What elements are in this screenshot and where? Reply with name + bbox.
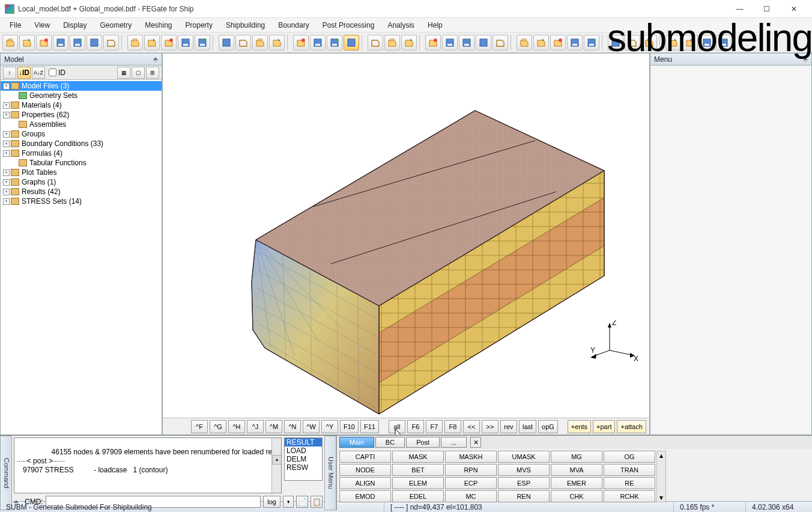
toolbar-btn-1[interactable] [19,35,35,50]
console-scrollbar[interactable]: ▴ ▾ [271,438,281,493]
expand-icon[interactable]: + [3,169,10,176]
menu-display[interactable]: Display [57,19,92,31]
toolbar-btn-29[interactable] [533,35,549,50]
filter-btn-F8[interactable]: F8 [444,420,461,433]
filter-btn->>[interactable]: >> [482,420,498,433]
view-btn-F10[interactable]: F10 [340,420,359,433]
tree-row[interactable]: Geometry Sets [1,91,162,100]
tree-row[interactable]: +Graphs (1) [1,177,162,187]
usermenu-tab-...[interactable]: ... [441,437,467,448]
expand-icon[interactable]: + [3,189,10,195]
usermenu-close-icon[interactable]: ✕ [470,437,481,448]
view-btn-^Y[interactable]: ^Y [321,420,338,433]
tree-row[interactable]: +Boundary Conditions (33) [1,139,162,148]
filter-btn-F7[interactable]: F7 [426,420,443,433]
toolbar-btn-14[interactable] [252,35,268,50]
view-btn-^M[interactable]: ^M [265,420,282,433]
expand-icon[interactable]: + [3,131,10,138]
tree-row[interactable]: +STRESS Sets (14) [1,197,162,206]
toolbar-btn-18[interactable] [327,35,342,50]
id-checkbox[interactable]: ID [49,69,65,77]
toolbar-btn-31[interactable] [567,35,583,50]
toolbar-btn-20[interactable] [368,35,383,50]
umcell-ecp[interactable]: ECP [445,477,497,489]
umcell-re[interactable]: RE [604,477,655,489]
usermenu-tab-main[interactable]: Main [339,437,374,448]
umcell-og[interactable]: OG [604,451,655,463]
toolbar-btn-26[interactable] [476,35,491,50]
close-button[interactable]: ✕ [780,1,807,17]
toolbar-btn-39[interactable] [716,35,732,50]
umcell-ren[interactable]: REN [498,490,550,502]
filter-btn-all[interactable]: all [389,420,405,433]
usermenu-tab-bc[interactable]: BC [375,437,405,448]
filter-btn-<<[interactable]: << [463,420,480,433]
toolbar-btn-33[interactable] [608,35,623,50]
listbox-option[interactable]: LOAD [285,446,322,455]
umcell-chk[interactable]: CHK [551,490,602,502]
toolbar-btn-8[interactable] [144,35,160,50]
tree-row[interactable]: +Formulas (4) [1,148,162,158]
view-btn-^H[interactable]: ^H [228,420,245,433]
listbox-option[interactable]: RESW [285,463,322,472]
toolbar-btn-30[interactable] [550,35,566,50]
toolbar-btn-34[interactable] [625,35,640,50]
expand-icon[interactable]: + [3,198,10,205]
command-panel-label[interactable]: Command [0,436,12,510]
umcell-emer[interactable]: EMER [551,477,602,489]
expand-icon[interactable]: + [3,102,10,109]
menu-post-processing[interactable]: Post Processing [317,19,381,31]
model-tree[interactable]: +Model Files (3)Geometry Sets+Materials … [1,80,162,434]
add-btn-ents[interactable]: +ents [568,420,591,433]
console-log[interactable]: 46155 nodes & 97909 elements have been r… [14,437,282,493]
umgrid-scrollbar[interactable]: ▴▾ [656,451,666,502]
expand-icon[interactable]: + [3,141,10,147]
menu-meshing[interactable]: Meshing [139,19,178,31]
sort-az-btn[interactable]: A↓Z [32,67,45,79]
usermenu-panel-label[interactable]: User Menu [324,436,336,510]
tree-row[interactable]: +Plot Tables [1,168,162,177]
menu-analysis[interactable]: Analysis [381,19,420,31]
toolbar-btn-19[interactable] [344,35,359,50]
view-btn-F11[interactable]: F11 [360,420,379,433]
toolbar-btn-17[interactable] [310,35,326,50]
tree-row[interactable]: +Properties (62) [1,110,162,120]
toolbar-btn-23[interactable] [425,35,441,50]
toolbar-btn-28[interactable] [517,35,532,50]
umcell-emod[interactable]: EMOD [339,490,391,502]
umcell-maskh[interactable]: MASKH [445,451,497,463]
panel-tool-c[interactable]: ⊞ [146,67,159,79]
toolbar-btn-24[interactable] [442,35,458,50]
add-btn-part[interactable]: +part [593,420,615,433]
result-listbox[interactable]: RESULTLOADDELMRESW [284,437,323,481]
toolbar-btn-16[interactable] [293,35,309,50]
toolbar-btn-12[interactable] [219,35,234,50]
umcell-mvs[interactable]: MVS [498,464,550,476]
view-btn-^N[interactable]: ^N [284,420,301,433]
toolbar-btn-21[interactable] [384,35,400,50]
filter-btn-opG[interactable]: opG [538,420,558,433]
toolbar-btn-36[interactable] [665,35,681,50]
toolbar-btn-22[interactable] [401,35,417,50]
umcell-tran[interactable]: TRAN [604,464,655,476]
umcell-umask[interactable]: UMASK [498,451,550,463]
toolbar-btn-7[interactable] [127,35,143,50]
umcell-elem[interactable]: ELEM [392,477,444,489]
view-btn-^F[interactable]: ^F [191,420,208,433]
scroll-up-icon[interactable]: ▴ [272,455,282,465]
toolbar-btn-38[interactable] [699,35,715,50]
maximize-button[interactable]: ☐ [753,1,780,17]
menu-boundary[interactable]: Boundary [272,19,315,31]
tree-row[interactable]: Tabular Functions [1,158,162,168]
umcell-mask[interactable]: MASK [392,451,444,463]
expand-icon[interactable]: + [3,179,10,186]
umcell-mc[interactable]: MC [445,490,497,502]
umcell-align[interactable]: ALIGN [339,477,391,489]
toolbar-btn-32[interactable] [584,35,599,50]
panel-tool-a[interactable]: ▦ [117,67,130,79]
toolbar-btn-13[interactable] [235,35,251,50]
pin-icon[interactable]: ⬘ [153,56,158,62]
menu-panel-header[interactable]: Menu ⬘ [650,53,811,66]
tree-row[interactable]: Assemblies [1,120,162,129]
toolbar-btn-9[interactable] [161,35,177,50]
